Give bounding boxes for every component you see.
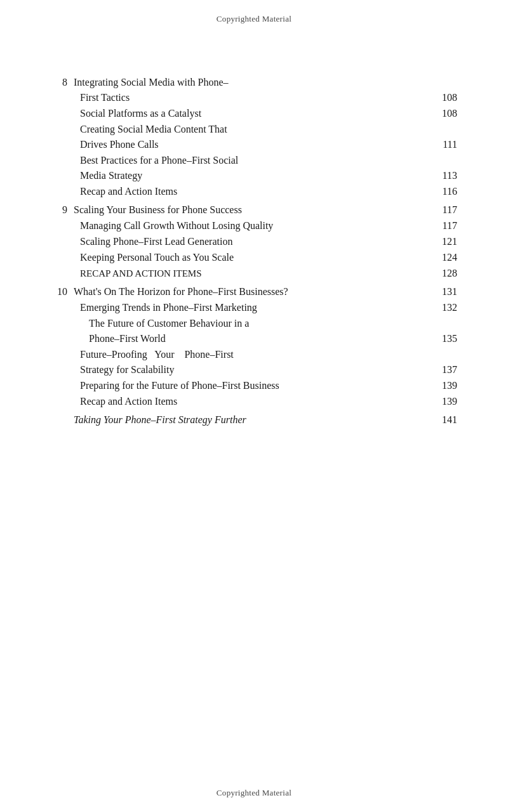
- chapter-8-title-line2: First Tactics: [80, 90, 425, 105]
- ch8-sub4-page: 116: [425, 184, 457, 200]
- ch9-sub3-page: 124: [425, 250, 457, 266]
- chapter-8-entry: 8 Integrating Social Media with Phone– F…: [51, 75, 457, 105]
- ch10-sub5-title: Recap and Action Items: [80, 394, 425, 409]
- ch8-sub2-title-line1: Creating Social Media Content That: [80, 122, 425, 137]
- chapter-9-title: Scaling Your Business for Phone Success: [74, 202, 425, 218]
- chapter-10-number: 10: [51, 284, 74, 300]
- ch10-sub2-page: 135: [425, 331, 457, 346]
- ch10-sub5-page: 139: [425, 394, 457, 410]
- ch10-sub2-title-line1: The Future of Customer Behaviour in a: [89, 316, 425, 331]
- ch9-sub2-title: Scaling Phone–First Lead Generation: [80, 234, 425, 249]
- ch8-sub4-title: Recap and Action Items: [80, 184, 425, 199]
- chapter-8-number: 8: [51, 75, 74, 90]
- ch8-sub3-title-line1: Best Practices for a Phone–First Social: [80, 153, 425, 168]
- ch10-sub2-title-line2: Phone–First World: [89, 331, 425, 346]
- ch8-sub2-page: 111: [425, 137, 457, 152]
- chapter-8-title-line1: Integrating Social Media with Phone–: [74, 75, 425, 90]
- ch9-sub1-row: Managing Call Growth Without Losing Qual…: [51, 218, 457, 234]
- final-entry-row: Taking Your Phone–First Strategy Further…: [51, 412, 457, 428]
- chapter-9-number: 9: [51, 202, 74, 218]
- page-header: Copyrighted Material: [0, 0, 508, 24]
- ch9-sub3-title: Keeping Personal Touch as You Scale: [80, 250, 425, 265]
- ch8-sub2-entry: Creating Social Media Content That Drive…: [51, 122, 457, 152]
- ch10-sub2-entry: The Future of Customer Behaviour in a Ph…: [51, 316, 457, 346]
- chapter-8-title-row2: First Tactics 108: [51, 90, 457, 105]
- ch8-sub3-row2: Media Strategy 113: [51, 168, 457, 183]
- ch8-sub3-entry: Best Practices for a Phone–First Social …: [51, 153, 457, 183]
- final-title: Taking Your Phone–First Strategy Further: [74, 412, 425, 428]
- final-page: 141: [425, 412, 457, 428]
- ch9-sub4-row: RECAP AND ACTION ITEMS 128: [51, 266, 457, 282]
- ch10-sub3-row2: Strategy for Scalability 137: [51, 362, 457, 377]
- ch8-sub1-page: 108: [425, 106, 457, 122]
- ch10-sub1-page: 132: [425, 300, 457, 316]
- chapter-10-page: 131: [425, 284, 457, 300]
- chapter-9-page: 117: [425, 202, 457, 218]
- header-text: Copyrighted Material: [217, 14, 291, 23]
- ch10-sub4-page: 139: [425, 378, 457, 394]
- ch10-sub1-title: Emerging Trends in Phone–First Marketing: [80, 300, 425, 315]
- ch10-sub1-row: Emerging Trends in Phone–First Marketing…: [51, 300, 457, 316]
- page-footer: Copyrighted Material: [0, 788, 508, 798]
- chapter-8-page2: 108: [425, 90, 457, 105]
- ch10-sub3-entry: Future–Proofing Your Phone–First Strateg…: [51, 347, 457, 377]
- ch9-sub3-row: Keeping Personal Touch as You Scale 124: [51, 250, 457, 266]
- ch9-sub2-row: Scaling Phone–First Lead Generation 121: [51, 234, 457, 250]
- ch10-sub3-page: 137: [425, 362, 457, 377]
- chapter-10-title-row: 10 What's On The Horizon for Phone–First…: [51, 284, 457, 300]
- ch10-sub4-row: Preparing for the Future of Phone–First …: [51, 378, 457, 394]
- ch8-sub3-page: 113: [425, 168, 457, 183]
- toc-container: 8 Integrating Social Media with Phone– F…: [0, 24, 508, 454]
- ch9-sub4-title: RECAP AND ACTION ITEMS: [80, 266, 425, 281]
- ch10-sub3-title-line1: Future–Proofing Your Phone–First: [80, 347, 425, 362]
- ch10-sub5-row: Recap and Action Items 139: [51, 394, 457, 410]
- ch8-sub2-row2: Drives Phone Calls 111: [51, 137, 457, 152]
- ch8-sub2-row1: Creating Social Media Content That: [51, 122, 457, 137]
- ch9-sub1-title: Managing Call Growth Without Losing Qual…: [80, 218, 425, 233]
- ch10-sub2-row2: Phone–First World 135: [51, 331, 457, 346]
- ch10-sub2-row1: The Future of Customer Behaviour in a: [51, 316, 457, 331]
- ch10-sub3-row1: Future–Proofing Your Phone–First: [51, 347, 457, 362]
- chapter-8-title-row: 8 Integrating Social Media with Phone–: [51, 75, 457, 90]
- chapter-10-title: What's On The Horizon for Phone–First Bu…: [74, 284, 425, 299]
- ch8-sub3-title-line2: Media Strategy: [80, 168, 425, 183]
- footer-text: Copyrighted Material: [217, 788, 291, 797]
- ch8-sub4-row: Recap and Action Items 116: [51, 184, 457, 200]
- chapter-9-title-row: 9 Scaling Your Business for Phone Succes…: [51, 202, 457, 218]
- ch10-sub3-title-line2: Strategy for Scalability: [80, 362, 425, 377]
- ch8-sub2-title-line2: Drives Phone Calls: [80, 137, 425, 152]
- ch10-sub4-title: Preparing for the Future of Phone–First …: [80, 378, 425, 393]
- ch8-sub3-row1: Best Practices for a Phone–First Social: [51, 153, 457, 168]
- ch9-sub1-page: 117: [425, 218, 457, 234]
- ch9-sub2-page: 121: [425, 234, 457, 250]
- ch8-sub1-title: Social Platforms as a Catalyst: [80, 106, 425, 121]
- ch8-sub1-row: Social Platforms as a Catalyst 108: [51, 106, 457, 122]
- ch9-sub4-page: 128: [425, 266, 457, 282]
